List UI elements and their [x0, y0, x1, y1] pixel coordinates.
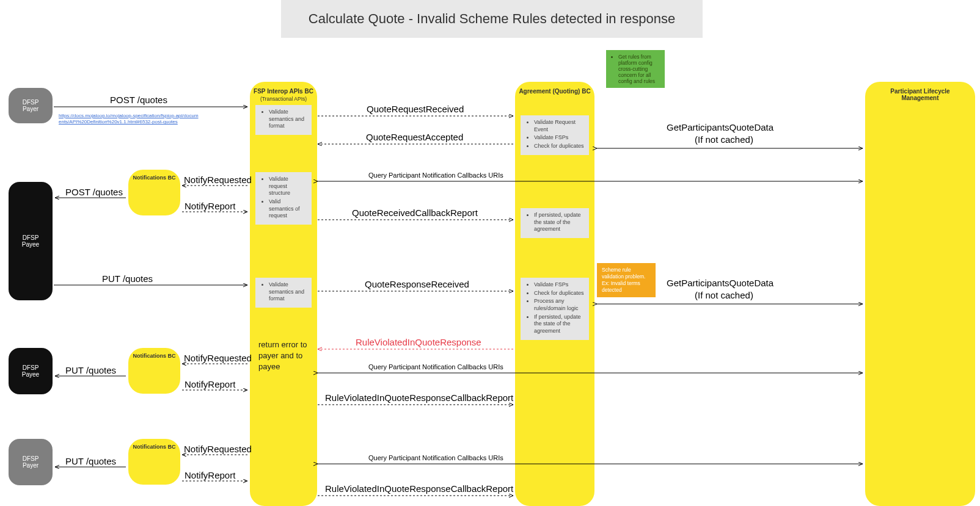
agreement-note-3: Validate FSPs Check for duplicates Proce…	[521, 278, 589, 340]
orange-note-text: Scheme rule validation problem. Ex: Inva…	[602, 267, 645, 293]
actor-dfsp-payee-low: DFSP Payee	[9, 348, 53, 394]
msg-query-cb-1: Query Participant Notification Callbacks…	[368, 172, 503, 179]
msg-put-quotes-3: PUT /quotes	[65, 456, 116, 466]
note-item: Validate Request Event	[534, 119, 584, 133]
actor-label: DFSP	[23, 455, 39, 462]
agreement-note-1: Validate Request Event Validate FSPs Che…	[521, 115, 589, 155]
green-note-text: Get rules from platform config cross-cut…	[618, 54, 660, 84]
notifications-label: Notifications BC	[133, 353, 175, 394]
notifications-bc-1: Notifications BC	[128, 170, 180, 215]
lifeline-fsp-sub: (Transactional APIs)	[250, 96, 317, 102]
msg-notify-requested-2: NotifyRequested	[184, 353, 252, 363]
msg-quote-request-received: QuoteRequestReceived	[367, 104, 464, 114]
msg-get-participants-1: GetParticipantsQuoteData	[667, 122, 773, 132]
spec-link[interactable]: https://docs.mojaloop.io/mojaloop-specif…	[59, 113, 199, 126]
green-config-note: Get rules from platform config cross-cut…	[606, 50, 665, 88]
msg-post-quotes-1: POST /quotes	[110, 95, 167, 105]
orange-warning-note: Scheme rule validation problem. Ex: Inva…	[597, 263, 656, 297]
msg-rule-violated: RuleViolatedInQuoteResponse	[356, 337, 481, 347]
msg-if-not-cached-2: (If not cached)	[695, 290, 753, 300]
actor-label: Payer	[23, 462, 38, 469]
actor-dfsp-payer-bot: DFSP Payer	[9, 439, 53, 485]
actor-dfsp-payee-mid: DFSP Payee	[9, 182, 53, 300]
fsp-note-validate-1: Validate semantics and format	[255, 105, 312, 135]
note-item: Validate FSPs	[534, 134, 584, 142]
msg-notify-report-1: NotifyReport	[185, 201, 235, 211]
actor-dfsp-payer-top: DFSP Payer	[9, 88, 53, 123]
msg-quote-request-accepted: QuoteRequestAccepted	[366, 132, 463, 142]
notifications-label: Notifications BC	[133, 175, 175, 215]
msg-notify-report-3: NotifyReport	[185, 470, 235, 480]
note-item: Process any rules/domain logic	[534, 298, 584, 312]
note-item: Check for duplicates	[534, 143, 584, 150]
actor-label: Payee	[22, 371, 39, 378]
notifications-bc-3: Notifications BC	[128, 439, 180, 485]
actor-label: DFSP	[23, 364, 39, 371]
msg-quote-response-received: QuoteResponseReceived	[365, 279, 469, 289]
lifeline-participant: Participant Lifecycle Management	[865, 82, 975, 506]
msg-notify-report-2: NotifyReport	[185, 379, 235, 389]
return-error-note: return error to payer and to payee	[258, 339, 311, 373]
lifeline-agreement-title: Agreement (Quoting) BC	[515, 88, 594, 95]
note-item: Validate semantics and format	[269, 281, 307, 303]
note-item: Validate semantics and format	[269, 109, 307, 130]
notifications-bc-2: Notifications BC	[128, 348, 180, 394]
msg-post-quotes-2: POST /quotes	[65, 187, 123, 197]
actor-label: Payee	[22, 241, 39, 248]
msg-notify-requested-3: NotifyRequested	[184, 444, 252, 454]
msg-rule-violated-cb-1: RuleViolatedInQuoteResponseCallbackRepor…	[325, 392, 513, 403]
actor-label: DFSP	[23, 99, 39, 106]
msg-put-quotes-1: PUT /quotes	[102, 273, 153, 284]
lifeline-participant-title: Participant Lifecycle Management	[865, 88, 975, 101]
sequence-arrows	[0, 0, 980, 506]
msg-quote-received-cb: QuoteReceivedCallbackReport	[352, 208, 478, 218]
msg-query-cb-3: Query Participant Notification Callbacks…	[368, 454, 503, 461]
lifeline-fsp-title: FSP Interop APIs BC	[250, 88, 317, 95]
note-item: If persisted, update the state of the ag…	[534, 314, 584, 335]
note-item: If persisted, update the state of the ag…	[534, 212, 584, 233]
msg-put-quotes-2: PUT /quotes	[65, 365, 116, 375]
msg-if-not-cached-1: (If not cached)	[695, 134, 753, 145]
msg-notify-requested-1: NotifyRequested	[184, 175, 252, 185]
msg-rule-violated-cb-2: RuleViolatedInQuoteResponseCallbackRepor…	[325, 483, 513, 494]
agreement-note-2: If persisted, update the state of the ag…	[521, 208, 589, 238]
note-item: Valid semantics of request	[269, 198, 307, 220]
diagram-title: Calculate Quote - Invalid Scheme Rules d…	[281, 0, 703, 38]
note-item: Validate FSPs	[534, 281, 584, 289]
msg-query-cb-2: Query Participant Notification Callbacks…	[368, 363, 503, 370]
note-item: Validate request structure	[269, 176, 307, 197]
fsp-note-validate-3: Validate semantics and format	[255, 278, 312, 308]
note-item: Check for duplicates	[534, 290, 584, 297]
notifications-label: Notifications BC	[133, 444, 175, 485]
actor-label: DFSP	[23, 234, 39, 241]
actor-label: Payer	[23, 106, 38, 112]
fsp-note-validate-2: Validate request structure Valid semanti…	[255, 172, 312, 225]
msg-get-participants-2: GetParticipantsQuoteData	[667, 278, 773, 288]
